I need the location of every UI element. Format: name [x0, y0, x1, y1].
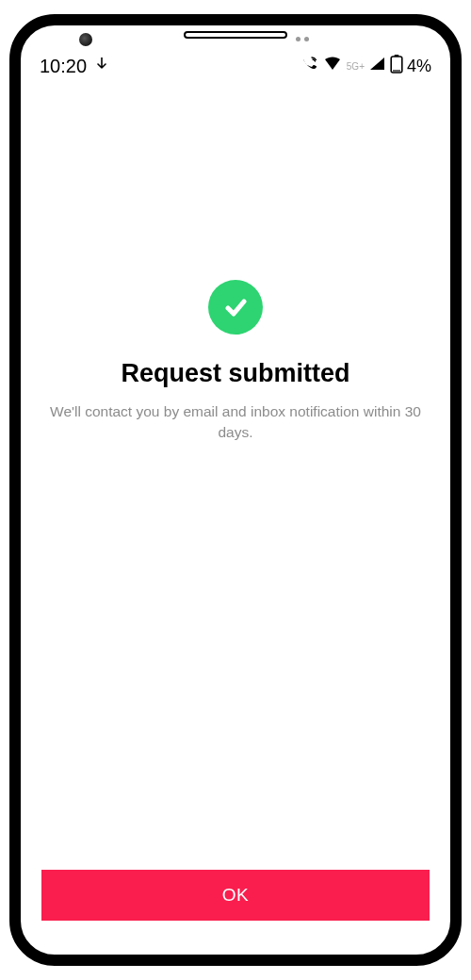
svg-rect-2 — [393, 70, 400, 71]
success-message-block: Request submitted We'll contact you by e… — [41, 280, 430, 442]
battery-icon — [390, 55, 403, 78]
status-bar: 10:20 5G+ — [21, 50, 450, 82]
wifi-icon — [323, 57, 342, 76]
wifi-calling-icon — [300, 57, 319, 76]
download-arrow-icon — [96, 56, 107, 77]
screen: 10:20 5G+ — [21, 25, 450, 955]
success-title: Request submitted — [121, 359, 349, 388]
network-type-label: 5G+ — [347, 61, 365, 72]
status-bar-left: 10:20 — [40, 56, 107, 77]
status-bar-right: 5G+ 4% — [300, 55, 431, 78]
cell-signal-icon — [369, 57, 386, 76]
battery-percent: 4% — [407, 57, 431, 76]
success-check-icon — [208, 280, 263, 335]
phone-frame: 10:20 5G+ — [9, 14, 462, 966]
main-content: Request submitted We'll contact you by e… — [21, 82, 450, 955]
success-subtitle: We'll contact you by email and inbox not… — [41, 401, 430, 442]
ok-button[interactable]: OK — [41, 870, 430, 921]
status-time: 10:20 — [40, 56, 87, 77]
